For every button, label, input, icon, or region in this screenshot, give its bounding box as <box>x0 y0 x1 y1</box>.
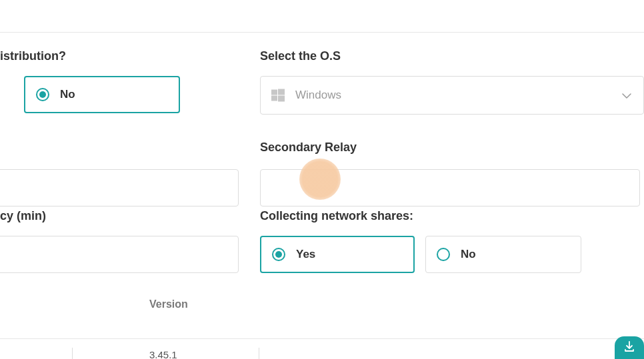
radio-dot <box>39 91 46 98</box>
table-vsep-1 <box>72 348 73 359</box>
collecting-yes-radio[interactable]: Yes <box>260 236 415 273</box>
table-vsep-2 <box>259 348 259 359</box>
collecting-no-radio[interactable]: No <box>425 236 581 273</box>
radio-unselected-icon <box>437 248 450 261</box>
distribution-label: istribution? <box>0 49 66 63</box>
collecting-shares-label: Collecting network shares: <box>260 209 413 223</box>
version-cell: 3.45.1 <box>149 349 177 359</box>
cy-min-label: cy (min) <box>0 209 46 223</box>
svg-rect-0 <box>271 90 277 95</box>
download-button[interactable] <box>615 336 644 359</box>
chevron-down-icon <box>622 89 631 101</box>
svg-rect-2 <box>271 96 277 101</box>
version-column-header: Version <box>149 298 188 310</box>
left-input-partial[interactable] <box>0 169 239 206</box>
svg-rect-1 <box>278 89 285 95</box>
os-selected-value: Windows <box>295 89 341 102</box>
table-row-divider <box>0 338 644 339</box>
download-icon <box>623 340 635 355</box>
os-select[interactable]: Windows <box>260 76 644 115</box>
divider-top <box>0 32 644 33</box>
radio-dot <box>275 251 282 258</box>
radio-selected-icon <box>272 248 285 261</box>
radio-selected-icon <box>36 88 49 101</box>
secondary-relay-label: Secondary Relay <box>260 141 357 155</box>
distribution-no-label: No <box>60 88 75 101</box>
secondary-relay-input[interactable] <box>260 169 640 206</box>
cy-min-input[interactable] <box>0 236 239 273</box>
svg-rect-3 <box>278 96 285 102</box>
os-label: Select the O.S <box>260 49 341 63</box>
windows-icon <box>271 89 285 102</box>
collecting-yes-label: Yes <box>296 248 315 261</box>
collecting-no-label: No <box>461 248 476 261</box>
distribution-no-radio[interactable]: No <box>24 76 180 113</box>
